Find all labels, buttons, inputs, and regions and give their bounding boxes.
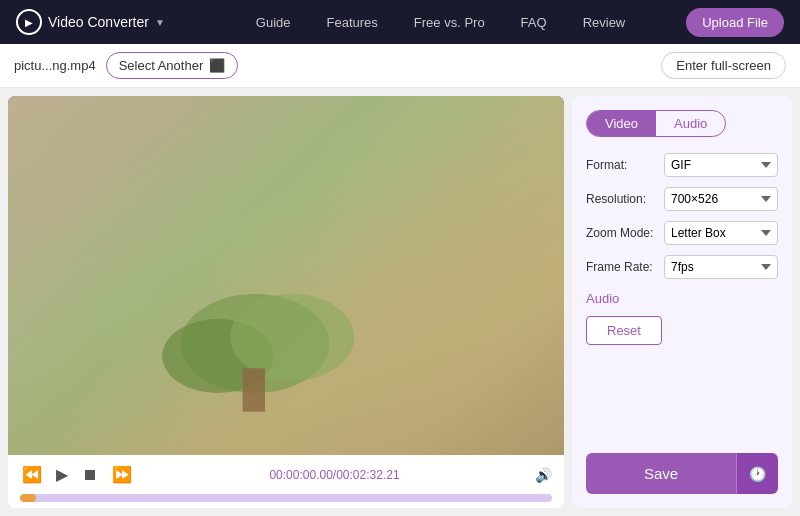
monitor-icon: ⬛ (209, 58, 225, 73)
logo-text: Video Converter (48, 14, 149, 30)
main-content: ⏪ ▶ ⏹ ⏩ 00:00:00.00/00:02:32.21 🔊 Video … (0, 88, 800, 516)
save-row: Save 🕐 (586, 453, 778, 494)
stop-button[interactable]: ⏹ (80, 464, 100, 486)
framerate-select[interactable]: 7fps 15fps 24fps 30fps 60fps (664, 255, 778, 279)
nav-features[interactable]: Features (309, 0, 396, 44)
format-row: Format: GIF MP4 AVI MOV WMV WebM (586, 153, 778, 177)
fast-forward-button[interactable]: ⏩ (110, 463, 134, 486)
logo-dropdown-icon: ▼ (155, 17, 165, 28)
resolution-select[interactable]: 700×526 1280×720 1920×1080 640×480 (664, 187, 778, 211)
audio-link[interactable]: Audio (586, 291, 778, 306)
play-button[interactable]: ▶ (54, 463, 70, 486)
rewind-button[interactable]: ⏪ (20, 463, 44, 486)
volume-icon[interactable]: 🔊 (535, 467, 552, 483)
progress-bar[interactable] (20, 494, 552, 502)
settings-panel: Video Audio Format: GIF MP4 AVI MOV WMV … (572, 96, 792, 508)
tab-row: Video Audio (586, 110, 726, 137)
resolution-row: Resolution: 700×526 1280×720 1920×1080 6… (586, 187, 778, 211)
save-extra-button[interactable]: 🕐 (736, 453, 778, 494)
main-nav: Guide Features Free vs. Pro FAQ Review (195, 0, 686, 44)
total-time: 00:02:32.21 (336, 468, 399, 482)
zoom-select[interactable]: Letter Box Pan & Scan Full Original (664, 221, 778, 245)
logo-icon: ▶ (16, 9, 42, 35)
nav-review[interactable]: Review (565, 0, 644, 44)
video-controls: ⏪ ▶ ⏹ ⏩ 00:00:00.00/00:02:32.21 🔊 (8, 455, 564, 508)
progress-fill (20, 494, 36, 502)
filename-label: pictu...ng.mp4 (14, 58, 96, 73)
video-overlay (8, 96, 564, 455)
time-display: 00:00:00.00/00:02:32.21 (144, 468, 525, 482)
zoom-row: Zoom Mode: Letter Box Pan & Scan Full Or… (586, 221, 778, 245)
app-header: ▶ Video Converter ▼ Guide Features Free … (0, 0, 800, 44)
format-select[interactable]: GIF MP4 AVI MOV WMV WebM (664, 153, 778, 177)
framerate-label: Frame Rate: (586, 260, 658, 274)
controls-row: ⏪ ▶ ⏹ ⏩ 00:00:00.00/00:02:32.21 🔊 (20, 463, 552, 486)
current-time: 00:00:00.00 (269, 468, 332, 482)
select-another-label: Select Another (119, 58, 204, 73)
video-panel: ⏪ ▶ ⏹ ⏩ 00:00:00.00/00:02:32.21 🔊 (8, 96, 564, 508)
resolution-label: Resolution: (586, 192, 658, 206)
framerate-row: Frame Rate: 7fps 15fps 24fps 30fps 60fps (586, 255, 778, 279)
reset-button[interactable]: Reset (586, 316, 662, 345)
tab-audio[interactable]: Audio (656, 111, 725, 136)
nav-faq[interactable]: FAQ (503, 0, 565, 44)
nav-guide[interactable]: Guide (238, 0, 309, 44)
toolbar: pictu...ng.mp4 Select Another ⬛ Enter fu… (0, 44, 800, 88)
upload-file-button[interactable]: Upload File (686, 8, 784, 37)
video-area (8, 96, 564, 455)
zoom-label: Zoom Mode: (586, 226, 658, 240)
fullscreen-button[interactable]: Enter full-screen (661, 52, 786, 79)
save-button[interactable]: Save (586, 453, 736, 494)
format-label: Format: (586, 158, 658, 172)
select-another-button[interactable]: Select Another ⬛ (106, 52, 239, 79)
nav-free-vs-pro[interactable]: Free vs. Pro (396, 0, 503, 44)
tab-video[interactable]: Video (587, 111, 656, 136)
logo: ▶ Video Converter ▼ (16, 9, 165, 35)
